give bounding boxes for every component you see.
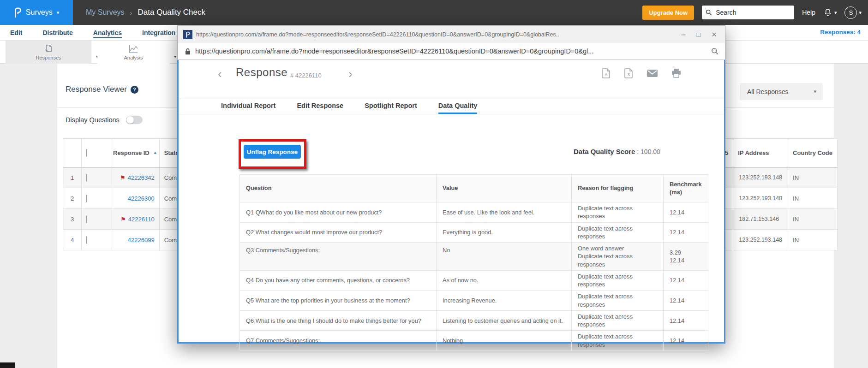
benchmark-cell: 12.14 bbox=[664, 310, 708, 331]
value-cell: Increasing Revenue. bbox=[437, 291, 572, 311]
response-editor-window: https://questionpro.com/a/frame.do?mode=… bbox=[177, 25, 725, 344]
response-id-cell: 42226300 bbox=[111, 188, 160, 209]
row-checkbox[interactable] bbox=[86, 215, 87, 223]
response-id-link[interactable]: 42226110 bbox=[128, 216, 155, 223]
table-row: 123.252.193.148 IN bbox=[720, 188, 838, 209]
toggle-knob bbox=[126, 116, 134, 124]
benchmark-cell: 3.29 12.14 bbox=[664, 243, 708, 271]
screen-corner-fragment bbox=[0, 362, 15, 368]
value-cell: As of now no. bbox=[437, 270, 572, 291]
chevron-down-icon: ▾ bbox=[814, 89, 816, 94]
chevron-down-icon: ▾ bbox=[859, 10, 862, 15]
table-row: Q5 What are the top priorities in your b… bbox=[240, 291, 708, 311]
global-search bbox=[702, 6, 794, 19]
response-id-link[interactable]: 42226099 bbox=[128, 237, 155, 243]
reason-cell: Duplicate text across responses bbox=[572, 310, 664, 331]
tab-individual-report[interactable]: Individual Report bbox=[221, 99, 275, 114]
analysis-chart-icon bbox=[128, 44, 139, 54]
responses-count[interactable]: Responses: 4 bbox=[820, 29, 861, 36]
all-responses-dropdown[interactable]: All Responses ▾ bbox=[740, 83, 823, 100]
country-code-header[interactable]: Country Code bbox=[788, 139, 838, 167]
checkbox-cell bbox=[82, 188, 111, 209]
score-label: Data Quality Score bbox=[574, 148, 635, 155]
svg-text:A: A bbox=[605, 72, 608, 77]
notifications-menu[interactable]: ▾ bbox=[823, 8, 837, 17]
response-tabs: Individual Report Edit Response Spotligh… bbox=[221, 99, 477, 114]
tab-edit-response[interactable]: Edit Response bbox=[297, 99, 343, 114]
benchmark-cell: 12.14 bbox=[664, 270, 708, 291]
nav-integration[interactable]: Integration bbox=[142, 29, 175, 36]
reason-cell: Duplicate text across responses bbox=[572, 270, 664, 291]
value-cell: Ease of use. Like the look and feel. bbox=[437, 202, 572, 223]
question-cell: Q2 What changes would most improve our p… bbox=[240, 222, 437, 243]
reason-header: Reason for flagging bbox=[572, 175, 664, 202]
next-response-button[interactable]: › bbox=[348, 68, 353, 80]
toolbar-analysis-button[interactable]: Analysis bbox=[97, 41, 169, 64]
table-header-row: 5 IP Address Country Code bbox=[720, 139, 838, 167]
breadcrumb: My Surveys › Data Quality Check bbox=[86, 8, 205, 17]
close-button[interactable]: × bbox=[712, 30, 717, 40]
nav-analytics[interactable]: Analytics bbox=[93, 29, 122, 36]
row-number: 2 bbox=[63, 188, 82, 209]
questionpro-logo-icon bbox=[14, 7, 22, 18]
export-actions: A X bbox=[602, 68, 681, 78]
toolbar-responses-label: Responses bbox=[36, 55, 61, 60]
ip-cell: 123.252.193.148 bbox=[733, 230, 788, 250]
tab-spotlight-report[interactable]: Spotlight Report bbox=[365, 99, 417, 114]
search-input[interactable] bbox=[715, 8, 789, 17]
topbar: Surveys ▾ My Surveys › Data Quality Chec… bbox=[0, 0, 868, 25]
upgrade-now-button[interactable]: Upgrade Now bbox=[642, 6, 694, 20]
viewer-title-text: Response Viewer bbox=[66, 85, 127, 94]
unflag-response-button[interactable]: Unflag Response bbox=[244, 145, 301, 159]
row-checkbox[interactable] bbox=[86, 236, 87, 244]
topbar-right: Upgrade Now Help ▾ S ▾ bbox=[642, 6, 868, 20]
response-number: # 42226110 bbox=[290, 72, 322, 79]
reason-cell: Duplicate text across responses bbox=[572, 331, 664, 351]
table-row: 123.252.193.148 IN bbox=[720, 230, 838, 250]
response-title: Response bbox=[236, 66, 287, 79]
avatar: S bbox=[844, 6, 857, 19]
display-questions-toggle[interactable] bbox=[126, 116, 143, 124]
ip-address-header[interactable]: IP Address bbox=[733, 139, 788, 167]
analysis-dropdown-caret[interactable]: ▾ bbox=[174, 54, 176, 59]
response-id-header[interactable]: Response ID▲ bbox=[111, 139, 160, 167]
window-titlebar[interactable]: https://questionpro.com/a/frame.do?mode=… bbox=[177, 25, 725, 43]
row-checkbox[interactable] bbox=[86, 174, 87, 182]
breadcrumb-my-surveys[interactable]: My Surveys bbox=[86, 8, 125, 17]
country-cell: IN bbox=[788, 167, 838, 188]
nav-edit[interactable]: Edit bbox=[10, 29, 22, 36]
bell-icon bbox=[823, 8, 832, 17]
response-id-link[interactable]: 42226300 bbox=[128, 195, 155, 202]
response-id-link[interactable]: 42226342 bbox=[128, 174, 155, 181]
maximize-button[interactable]: □ bbox=[696, 31, 700, 38]
product-name: Surveys bbox=[26, 8, 53, 17]
flag-icon: ⚑ bbox=[120, 216, 126, 223]
svg-text:X: X bbox=[627, 72, 630, 77]
table-header-row: Question Value Reason for flagging Bench… bbox=[240, 175, 708, 202]
zoom-page-icon[interactable] bbox=[711, 47, 718, 55]
export-excel-icon[interactable]: X bbox=[624, 68, 633, 78]
email-icon[interactable] bbox=[647, 70, 658, 77]
nav-distribute[interactable]: Distribute bbox=[42, 29, 72, 36]
previous-response-button[interactable]: ‹ bbox=[218, 68, 222, 80]
tab-data-quality[interactable]: Data Quality bbox=[438, 99, 478, 114]
export-pdf-icon[interactable]: A bbox=[602, 68, 611, 78]
toolbar-responses-button[interactable]: Responses bbox=[6, 41, 91, 64]
help-link[interactable]: Help bbox=[802, 9, 815, 16]
benchmark-cell: 12.14 bbox=[664, 202, 708, 223]
minimize-button[interactable]: – bbox=[682, 30, 686, 39]
display-questions-label: Display Questions bbox=[66, 116, 120, 124]
question-header: Question bbox=[240, 175, 437, 202]
help-icon[interactable]: ? bbox=[131, 86, 138, 94]
table-row: Q4 Do you have any other comments, quest… bbox=[240, 270, 708, 291]
country-cell: IN bbox=[788, 188, 838, 209]
value-header: Value bbox=[437, 175, 572, 202]
row-checkbox[interactable] bbox=[86, 195, 87, 202]
surveys-product-menu[interactable]: Surveys ▾ bbox=[0, 0, 73, 25]
response-editor-body: ‹ Response # 42226110 › A X I bbox=[177, 60, 725, 344]
value-cell: Listening to customer queries and acting… bbox=[437, 310, 572, 331]
country-cell: IN bbox=[788, 230, 838, 250]
print-icon[interactable] bbox=[671, 69, 681, 78]
account-menu[interactable]: S ▾ bbox=[844, 6, 862, 19]
select-all-checkbox[interactable] bbox=[86, 149, 87, 157]
